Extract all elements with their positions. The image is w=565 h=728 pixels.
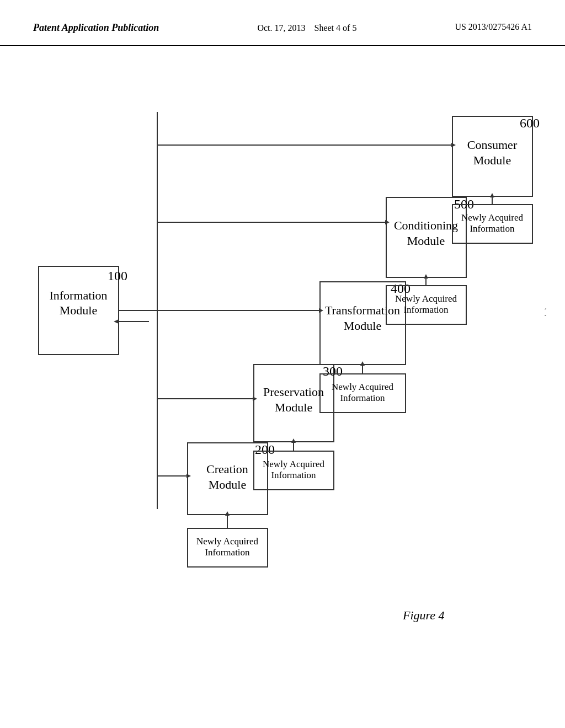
information-module-label2: Module	[60, 303, 97, 317]
consumer-nai-label2: Information	[470, 223, 515, 234]
header: Patent Application Publication Oct. 17, …	[0, 0, 565, 46]
page: Patent Application Publication Oct. 17, …	[0, 0, 565, 728]
consumer-nai-label1: Newly Acquired	[461, 212, 523, 223]
patent-number: US 2013/0275426 A1	[455, 22, 532, 32]
arrow-left-head	[114, 319, 119, 324]
preservation-nai-label1: Newly Acquired	[263, 459, 324, 469]
sheet-info: Sheet 4 of 5	[315, 23, 357, 33]
diagram-area: .box-label { font-family: 'Times New Rom…	[0, 46, 565, 680]
information-module-label: Information	[49, 288, 107, 302]
publication-label: Patent Application Publication	[33, 22, 159, 34]
creation-module-label2: Module	[209, 478, 246, 491]
creation-nai-arrowhead	[225, 511, 230, 516]
preservation-module-number: 300	[323, 364, 343, 378]
figure-label: Figure 4	[402, 608, 445, 622]
creation-nai-label2: Information	[205, 547, 250, 558]
conditioning-nai-label1: Newly Acquired	[395, 293, 457, 304]
transformation-nai-label1: Newly Acquired	[332, 382, 393, 392]
consumer-module-label2: Module	[473, 153, 511, 167]
information-module-number: 100	[108, 269, 127, 283]
conditioning-module-label1: Conditioning	[394, 218, 458, 232]
consumer-module-number: 600	[520, 116, 540, 130]
publication-date: Oct. 17, 2013	[257, 23, 305, 33]
preservation-nai-arrowhead	[291, 438, 296, 443]
conditioning-nai-arrowhead	[424, 274, 428, 279]
preservation-module-label1: Preservation	[263, 385, 324, 399]
creation-module-number: 200	[255, 442, 275, 457]
system-number: 10	[543, 304, 546, 319]
creation-module-label1: Creation	[206, 462, 248, 476]
conditioning-nai-label2: Information	[403, 304, 449, 315]
creation-nai-label1: Newly Acquired	[196, 536, 258, 547]
preservation-nai-label2: Information	[271, 470, 316, 480]
preservation-module-label2: Module	[275, 400, 312, 414]
consumer-nai-arrowhead	[490, 193, 494, 197]
conditioning-module-label2: Module	[407, 234, 445, 248]
transformation-module-label1: Transformation	[325, 303, 400, 317]
diagram-svg: .box-label { font-family: 'Times New Rom…	[17, 57, 546, 663]
transformation-module-label2: Module	[344, 319, 381, 333]
consumer-module-label1: Consumer	[467, 138, 518, 152]
header-center: Oct. 17, 2013 Sheet 4 of 5	[257, 22, 356, 34]
transformation-nai-arrowhead	[360, 361, 365, 366]
transformation-nai-label2: Information	[340, 393, 385, 403]
